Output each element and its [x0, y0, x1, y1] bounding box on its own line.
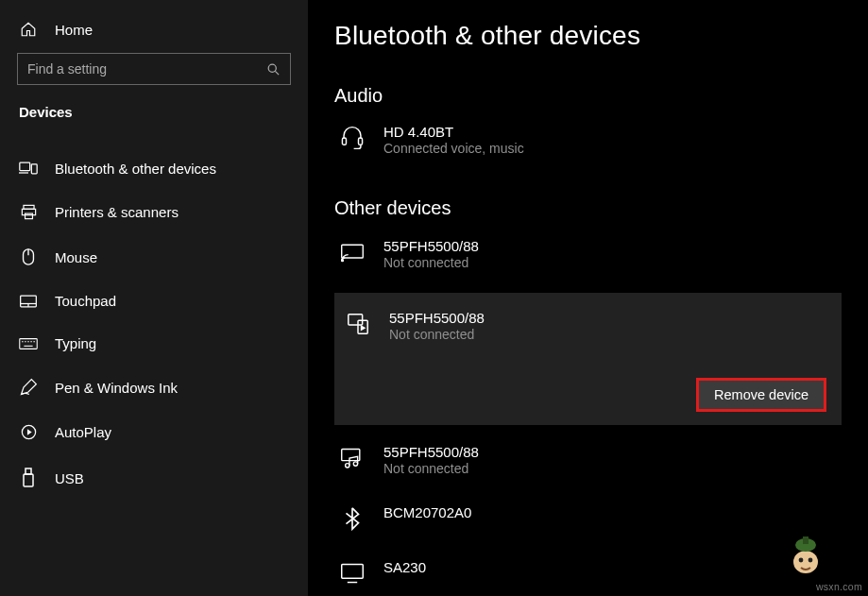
device-item[interactable]: 55PFH5500/88 Not connected [334, 232, 842, 293]
home-icon [19, 21, 38, 38]
device-status: Not connected [389, 327, 485, 342]
main-panel: Bluetooth & other devices Audio HD 4.40B… [308, 0, 868, 596]
svg-rect-5 [23, 205, 33, 209]
device-name: HD 4.40BT [383, 124, 524, 140]
device-name: 55PFH5500/88 [383, 238, 479, 254]
nav-bluetooth[interactable]: Bluetooth & other devices [0, 146, 308, 190]
home-label: Home [55, 22, 93, 38]
play-device-icon [346, 312, 370, 336]
watermark: wsxn.com [816, 581, 862, 592]
mouse-icon [19, 247, 38, 266]
svg-line-1 [275, 71, 279, 75]
home-link[interactable]: Home [0, 11, 308, 53]
remove-device-button[interactable]: Remove device [696, 378, 826, 412]
device-item[interactable]: BCM20702A0 [334, 499, 842, 553]
device-name: 55PFH5500/88 [389, 310, 485, 326]
cast-icon [340, 240, 365, 264]
svg-rect-25 [359, 138, 363, 145]
device-name: SA230 [383, 559, 426, 575]
headset-icon [340, 126, 365, 150]
nav-label: Mouse [55, 249, 97, 265]
other-group-title: Other devices [334, 197, 842, 219]
nav-autoplay[interactable]: AutoPlay [0, 410, 308, 454]
nav-label: Printers & scanners [55, 204, 179, 220]
svg-rect-24 [342, 138, 346, 145]
usb-icon [19, 468, 38, 488]
nav-usb[interactable]: USB [0, 454, 308, 502]
nav-pen[interactable]: Pen & Windows Ink [0, 365, 308, 410]
device-status: Not connected [383, 255, 479, 270]
svg-point-27 [342, 260, 344, 262]
svg-rect-7 [25, 213, 32, 219]
svg-point-40 [808, 558, 813, 563]
device-name: 55PFH5500/88 [383, 444, 479, 460]
svg-point-0 [268, 64, 276, 72]
svg-rect-4 [31, 164, 37, 174]
device-status: Connected voice, music [383, 141, 524, 156]
nav-label: AutoPlay [55, 424, 111, 440]
svg-marker-30 [361, 325, 366, 332]
device-item[interactable]: SA230 [334, 553, 842, 596]
svg-point-39 [799, 558, 804, 563]
nav: Bluetooth & other devices Printers & sca… [0, 146, 308, 502]
search-placeholder: Find a setting [27, 61, 266, 77]
svg-rect-38 [803, 536, 808, 544]
nav-label: Pen & Windows Ink [55, 380, 178, 396]
printer-icon [19, 203, 38, 221]
pen-icon [19, 378, 38, 397]
device-item[interactable]: 55PFH5500/88 Not connected [334, 438, 842, 499]
svg-rect-2 [20, 162, 30, 170]
touchpad-icon [19, 294, 38, 309]
search-icon [266, 62, 281, 77]
nav-touchpad[interactable]: Touchpad [0, 280, 308, 322]
svg-rect-22 [26, 468, 31, 474]
svg-rect-23 [24, 474, 33, 486]
device-name: BCM20702A0 [383, 504, 471, 520]
nav-typing[interactable]: Typing [0, 322, 308, 365]
media-device-icon [340, 446, 365, 470]
monitor-icon [340, 561, 365, 586]
svg-rect-34 [342, 564, 364, 578]
audio-group-title: Audio [334, 85, 842, 107]
section-title: Devices [0, 102, 308, 133]
devices-icon [19, 160, 38, 177]
autoplay-icon [19, 423, 38, 441]
audio-device[interactable]: HD 4.40BT Connected voice, music [334, 120, 842, 163]
device-status: Not connected [383, 461, 479, 476]
svg-marker-21 [26, 429, 31, 434]
svg-rect-6 [22, 209, 35, 214]
device-item-selected[interactable]: 55PFH5500/88 Not connected Remove device [334, 293, 842, 425]
bluetooth-icon [340, 506, 365, 531]
nav-label: Touchpad [55, 293, 116, 309]
nav-label: Bluetooth & other devices [55, 161, 216, 177]
nav-mouse[interactable]: Mouse [0, 234, 308, 280]
sidebar: Home Find a setting Devices Bluetooth & … [0, 0, 308, 596]
search-input[interactable]: Find a setting [17, 53, 291, 85]
nav-label: USB [55, 470, 84, 486]
keyboard-icon [19, 337, 38, 350]
nav-printers[interactable]: Printers & scanners [0, 190, 308, 234]
svg-rect-13 [20, 338, 37, 349]
page-title: Bluetooth & other devices [334, 21, 842, 51]
mascot-image [787, 534, 825, 575]
svg-rect-28 [349, 315, 363, 325]
nav-label: Typing [55, 335, 96, 351]
